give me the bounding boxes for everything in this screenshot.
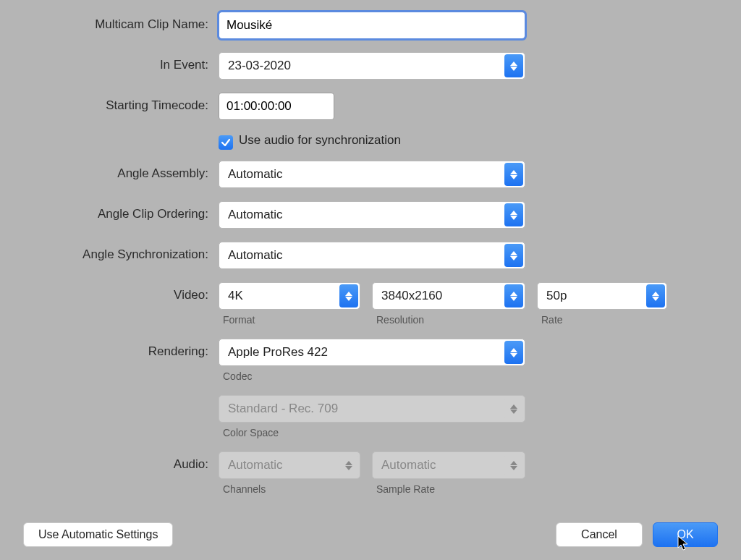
chevron-updown-icon [339, 454, 358, 477]
chevron-updown-icon [339, 284, 358, 307]
video-rate-select[interactable]: 50p [537, 282, 667, 310]
audio-label: Audio: [17, 451, 219, 472]
svg-marker-11 [510, 297, 517, 301]
audio-samplerate-select: Automatic [372, 451, 525, 479]
svg-marker-13 [652, 297, 659, 301]
svg-marker-9 [345, 297, 352, 301]
in-event-value: 23-03-2020 [228, 59, 291, 73]
cursor-icon [677, 535, 690, 553]
chevron-updown-icon [504, 341, 523, 364]
color-space-sublabel: Color Space [223, 427, 724, 438]
svg-marker-5 [510, 216, 517, 220]
svg-marker-8 [345, 292, 352, 296]
starting-timecode-input[interactable] [219, 93, 334, 120]
angle-sync-label: Angle Synchronization: [17, 242, 219, 262]
angle-ordering-select[interactable]: Automatic [219, 201, 525, 229]
angle-assembly-label: Angle Assembly: [17, 161, 219, 181]
svg-marker-21 [510, 466, 517, 470]
in-event-label: In Event: [17, 52, 219, 72]
audio-channels-value: Automatic [228, 458, 283, 472]
color-space-select: Standard - Rec. 709 [219, 395, 525, 423]
audio-sync-label: Use audio for synchronization [239, 133, 401, 148]
svg-marker-7 [510, 256, 517, 260]
audio-samplerate-value: Automatic [381, 458, 436, 472]
starting-timecode-label: Starting Timecode: [17, 93, 219, 113]
video-resolution-select[interactable]: 3840x2160 [372, 282, 525, 310]
rendering-label: Rendering: [17, 339, 219, 359]
svg-marker-19 [345, 466, 352, 470]
angle-assembly-value: Automatic [228, 167, 283, 182]
angle-assembly-select[interactable]: Automatic [219, 161, 525, 188]
svg-marker-0 [510, 61, 517, 66]
svg-marker-20 [510, 461, 517, 465]
svg-marker-14 [510, 348, 517, 352]
audio-sync-checkbox[interactable] [219, 135, 233, 150]
angle-ordering-value: Automatic [228, 208, 283, 222]
chevron-updown-icon [504, 284, 523, 307]
rendering-codec-value: Apple ProRes 422 [228, 345, 328, 360]
clip-name-input[interactable] [219, 12, 525, 39]
video-resolution-value: 3840x2160 [381, 289, 442, 303]
chevron-updown-icon [504, 244, 523, 267]
samplerate-sublabel: Sample Rate [376, 483, 525, 495]
chevron-updown-icon [504, 163, 523, 186]
chevron-updown-icon [504, 454, 523, 477]
video-format-value: 4K [228, 289, 243, 303]
codec-sublabel: Codec [223, 370, 724, 382]
rate-sublabel: Rate [541, 314, 667, 326]
svg-marker-3 [510, 175, 517, 179]
svg-marker-2 [510, 170, 517, 174]
svg-marker-10 [510, 292, 517, 296]
svg-marker-12 [652, 292, 659, 296]
format-sublabel: Format [223, 314, 360, 326]
video-label: Video: [17, 282, 219, 302]
video-rate-value: 50p [546, 289, 567, 303]
cancel-button[interactable]: Cancel [556, 522, 643, 547]
chevron-updown-icon [504, 203, 523, 226]
channels-sublabel: Channels [223, 483, 360, 495]
video-format-select[interactable]: 4K [219, 282, 360, 310]
chevron-updown-icon [646, 284, 665, 307]
chevron-updown-icon [504, 54, 523, 77]
angle-sync-value: Automatic [228, 248, 283, 263]
svg-marker-15 [510, 353, 517, 357]
angle-ordering-label: Angle Clip Ordering: [17, 201, 219, 221]
in-event-select[interactable]: 23-03-2020 [219, 52, 525, 80]
color-space-value: Standard - Rec. 709 [228, 402, 338, 416]
clip-name-label: Multicam Clip Name: [17, 12, 219, 32]
use-automatic-settings-button[interactable]: Use Automatic Settings [23, 522, 173, 547]
rendering-codec-select[interactable]: Apple ProRes 422 [219, 339, 525, 366]
svg-marker-6 [510, 251, 517, 255]
svg-marker-4 [510, 211, 517, 215]
audio-channels-select: Automatic [219, 451, 360, 479]
svg-marker-17 [510, 410, 517, 414]
svg-marker-16 [510, 404, 517, 409]
resolution-sublabel: Resolution [376, 314, 525, 326]
angle-sync-select[interactable]: Automatic [219, 242, 525, 269]
chevron-updown-icon [504, 397, 523, 420]
svg-marker-18 [345, 461, 352, 465]
svg-marker-1 [510, 67, 517, 71]
